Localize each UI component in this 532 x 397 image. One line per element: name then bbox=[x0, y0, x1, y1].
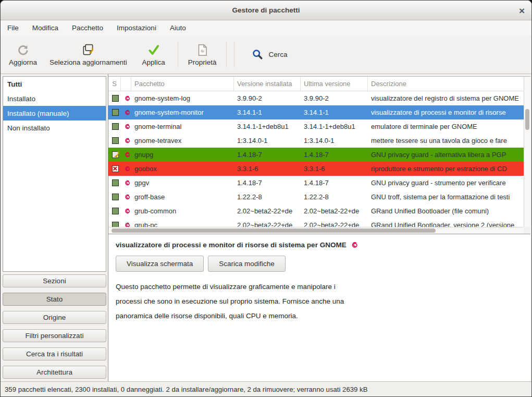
package-details-pane: visualizzatore di processi e monitor di … bbox=[108, 234, 530, 381]
table-row[interactable]: gnome-terminal3.14.1-1+deb8u13.14.1-1+de… bbox=[108, 119, 524, 134]
package-status-cell[interactable] bbox=[108, 194, 121, 200]
scrollbar-corner bbox=[524, 227, 530, 234]
vertical-scrollbar[interactable] bbox=[524, 77, 530, 227]
titlebar[interactable]: Gestore di pacchetti × bbox=[1, 1, 531, 20]
package-origin-cell bbox=[121, 137, 131, 144]
get-changelog-button[interactable]: Scarica modifiche bbox=[208, 256, 286, 272]
status-installed-icon[interactable] bbox=[112, 208, 119, 214]
menu-item-aiuto[interactable]: Aiuto bbox=[163, 20, 193, 35]
category-button-origine[interactable]: Origine bbox=[3, 311, 106, 324]
status-installed-icon[interactable] bbox=[112, 194, 119, 200]
statusbar-text: 359 pacchetti elencati, 2300 installati,… bbox=[5, 386, 367, 393]
synaptic-window: Gestore di pacchetti × FileModificaPacch… bbox=[0, 0, 532, 397]
package-status-cell[interactable] bbox=[108, 109, 121, 116]
package-status-cell[interactable] bbox=[108, 151, 121, 158]
menu-item-file[interactable]: File bbox=[1, 20, 26, 35]
mark-upgrades-icon bbox=[81, 43, 95, 57]
table-header: S Pacchetto Versione installata Ultima v… bbox=[108, 77, 524, 91]
column-header-installed-version[interactable]: Versione installata bbox=[234, 77, 301, 91]
status-upgrade-icon[interactable] bbox=[112, 151, 119, 158]
filter-item-installato[interactable]: Installato bbox=[3, 91, 106, 106]
table-row[interactable]: gnome-tetravex1:3.14.0-11:3.14.0-1metter… bbox=[108, 134, 524, 148]
package-name: goobox bbox=[131, 165, 234, 173]
category-button-cerca-tra-i-risultati[interactable]: Cerca tra i risultati bbox=[3, 347, 106, 360]
menubar: FileModificaPacchettoImpostazioniAiuto bbox=[1, 20, 531, 35]
package-status-cell[interactable]: × bbox=[108, 165, 121, 172]
package-description: visualizzatore di processi e monitor di … bbox=[368, 109, 524, 116]
package-origin-cell bbox=[121, 95, 131, 102]
menu-item-impostazioni[interactable]: Impostazioni bbox=[110, 20, 163, 35]
filter-item-installato-manuale[interactable]: Installato (manuale) bbox=[3, 106, 106, 121]
search-label: Cerca bbox=[268, 51, 287, 58]
package-status-cell[interactable] bbox=[108, 95, 121, 102]
properties-button[interactable]: Proprietà bbox=[182, 40, 223, 69]
package-status-cell[interactable] bbox=[108, 137, 121, 144]
table-row[interactable]: groff-base1.22.2-81.22.2-8GNU troff, sis… bbox=[108, 190, 524, 204]
installed-version: 3.9.90-2 bbox=[234, 94, 301, 102]
table-row[interactable]: ×goobox3.3.1-63.3.1-6riproduttore e stru… bbox=[108, 162, 524, 176]
status-installed-icon[interactable] bbox=[112, 179, 119, 186]
package-status-cell[interactable] bbox=[108, 208, 121, 214]
description-line: panoramica delle risorse disponibili, qu… bbox=[116, 309, 523, 323]
filter-item-tutti[interactable]: Tutti bbox=[3, 77, 106, 91]
installed-version: 1:3.14.0-1 bbox=[234, 137, 301, 145]
package-description: visualizzatore del registro di sistema p… bbox=[368, 94, 524, 102]
column-header-description[interactable]: Descrizione bbox=[368, 77, 524, 91]
category-button-stato[interactable]: Stato bbox=[3, 293, 106, 306]
category-button-sezioni[interactable]: Sezioni bbox=[3, 274, 106, 287]
apply-button[interactable]: Applica bbox=[133, 40, 174, 69]
package-description: riproduttore e strumento per estrazione … bbox=[368, 165, 524, 173]
column-header-status[interactable]: S bbox=[108, 77, 121, 91]
menu-item-pacchetto[interactable]: Pacchetto bbox=[65, 20, 110, 35]
refresh-button[interactable]: Aggiorna bbox=[3, 40, 43, 69]
status-installed-icon[interactable] bbox=[112, 137, 119, 144]
package-name: groff-base bbox=[131, 193, 234, 201]
latest-version: 3.14.1-1 bbox=[301, 109, 368, 116]
debian-swirl-icon bbox=[124, 151, 131, 158]
package-table-body: gnome-system-log3.9.90-23.9.90-2visualiz… bbox=[108, 91, 524, 232]
apply-label: Applica bbox=[142, 58, 165, 66]
package-status-cell[interactable] bbox=[108, 123, 121, 130]
package-description-text: Questo pacchetto permette di visualizzar… bbox=[116, 280, 523, 323]
debian-swirl-icon bbox=[124, 95, 131, 102]
status-installed-icon[interactable] bbox=[112, 109, 119, 116]
category-button-architettura[interactable]: Architettura bbox=[3, 366, 106, 379]
refresh-label: Aggiorna bbox=[9, 58, 37, 66]
search-button[interactable]: Cerca bbox=[244, 44, 294, 65]
package-description: GNU troff, sistema per la formattazione … bbox=[368, 193, 524, 201]
vertical-scrollbar-thumb[interactable] bbox=[525, 109, 529, 130]
description-line: processi che sono in esecuzione sul prop… bbox=[116, 294, 523, 309]
package-status-cell[interactable] bbox=[108, 179, 121, 186]
status-installed-icon[interactable] bbox=[112, 95, 119, 102]
installed-version: 1.4.18-7 bbox=[234, 179, 301, 187]
latest-version: 2.02~beta2-22+de bbox=[301, 207, 368, 215]
filter-item-non-installato[interactable]: Non installato bbox=[3, 121, 106, 135]
table-row[interactable]: gnome-system-log3.9.90-23.9.90-2visualiz… bbox=[108, 91, 524, 105]
latest-version: 3.14.1-1+deb8u1 bbox=[301, 123, 368, 130]
debian-swirl-icon bbox=[124, 194, 131, 200]
package-origin-cell bbox=[121, 194, 131, 200]
table-row[interactable]: gpgv1.4.18-71.4.18-7GNU privacy guard - … bbox=[108, 176, 524, 190]
description-line: Questo pacchetto permette di visualizzar… bbox=[116, 280, 523, 294]
table-row[interactable]: gnupg1.4.18-71.4.18-7GNU privacy guard -… bbox=[108, 148, 524, 162]
horizontal-scrollbar[interactable] bbox=[108, 227, 524, 234]
mark-upgrades-label: Seleziona aggiornamenti bbox=[50, 58, 127, 66]
horizontal-scrollbar-thumb[interactable] bbox=[112, 228, 436, 233]
column-header-latest-version[interactable]: Ultima versione bbox=[301, 77, 368, 91]
column-header-origin[interactable] bbox=[121, 77, 131, 91]
mark-all-upgrades-button[interactable]: Seleziona aggiornamenti bbox=[43, 40, 133, 69]
debian-swirl-icon bbox=[124, 179, 131, 186]
status-installed-icon[interactable] bbox=[112, 123, 119, 130]
category-button-filtri-personalizzati[interactable]: Filtri personalizzati bbox=[3, 329, 106, 342]
status-remove-icon[interactable]: × bbox=[112, 165, 119, 172]
latest-version: 1:3.14.0-1 bbox=[301, 137, 368, 145]
debian-swirl-icon bbox=[124, 137, 131, 144]
table-row[interactable]: grub-common2.02~beta2-22+de2.02~beta2-22… bbox=[108, 204, 524, 218]
get-screenshot-button[interactable]: Visualizza schermata bbox=[116, 256, 204, 272]
window-close-button[interactable]: × bbox=[519, 5, 525, 15]
properties-label: Proprietà bbox=[188, 58, 217, 66]
package-table-scroll: S Pacchetto Versione installata Ultima v… bbox=[108, 77, 524, 234]
column-header-package[interactable]: Pacchetto bbox=[131, 77, 234, 91]
table-row[interactable]: gnome-system-monitor3.14.1-13.14.1-1visu… bbox=[108, 105, 524, 119]
menu-item-modifica[interactable]: Modifica bbox=[26, 20, 65, 35]
